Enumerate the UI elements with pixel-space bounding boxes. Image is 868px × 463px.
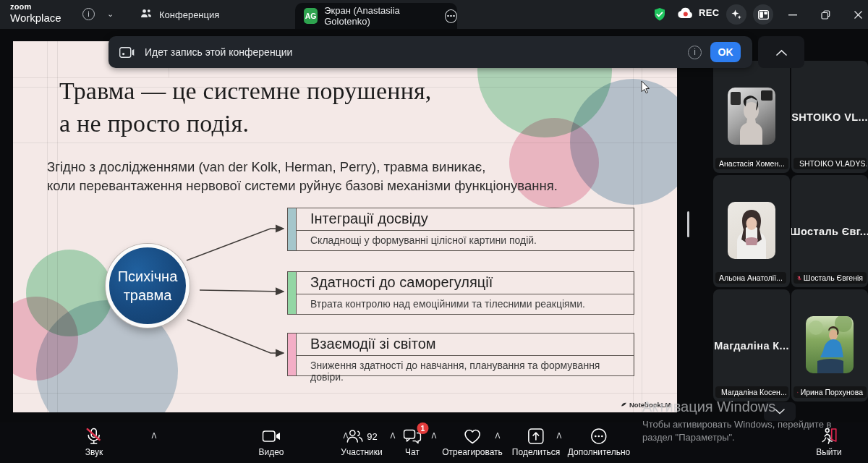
participants-label: Участники bbox=[341, 447, 382, 457]
participant-display-name: Магдаліна К... bbox=[714, 340, 789, 352]
more-label: Дополнительно bbox=[568, 447, 630, 457]
security-shield-icon[interactable] bbox=[652, 7, 667, 25]
box-description: Втрата контролю над емоційними та тілесн… bbox=[288, 294, 634, 310]
cloud-recording-icon bbox=[677, 7, 694, 19]
brand-workplace: Workplace bbox=[10, 12, 61, 23]
ok-button[interactable]: OK bbox=[710, 42, 741, 62]
participants-count: 92 bbox=[367, 431, 377, 442]
video-button[interactable]: Видео bbox=[258, 428, 284, 457]
participant-display-name: Шосталь Євг... bbox=[791, 226, 868, 237]
muted-mic-icon bbox=[797, 388, 799, 396]
react-options-chevron[interactable]: ᐱ bbox=[495, 432, 501, 440]
screen-recording-icon bbox=[119, 47, 135, 58]
rec-label: REC bbox=[699, 7, 719, 18]
scrollbar-thumb[interactable] bbox=[687, 211, 689, 237]
video-label: Видео bbox=[258, 447, 284, 457]
accent-bar bbox=[287, 333, 297, 376]
heart-icon bbox=[464, 429, 481, 444]
box-description: Складнощі у формуванні цілісної картини … bbox=[288, 231, 634, 246]
tab-screen-share[interactable]: AG Экран (Anastasiia Golotenko) bbox=[295, 3, 457, 29]
node-label-line2: травма bbox=[124, 287, 172, 303]
participant-tile-name[interactable]: Магдаліна К... Магдаліна Косен... bbox=[713, 289, 790, 402]
audio-label: Звук bbox=[85, 447, 103, 457]
diagram-box-selfregulation: Здатності до саморегуляції Втрата контро… bbox=[287, 271, 634, 315]
leave-button[interactable]: Выйти bbox=[816, 428, 842, 457]
diagram-node-psychic-trauma: Психічна травма bbox=[106, 244, 190, 328]
restore-window-button[interactable] bbox=[813, 0, 838, 29]
leave-meeting-icon bbox=[820, 428, 838, 445]
leave-label: Выйти bbox=[816, 447, 842, 457]
close-button[interactable] bbox=[846, 0, 868, 29]
tab-conference-label: Конференция bbox=[159, 9, 219, 20]
chat-button[interactable]: 1 Чат bbox=[404, 428, 422, 457]
chat-label: Чат bbox=[405, 447, 420, 457]
box-title: Здатності до саморегуляції bbox=[288, 272, 634, 294]
brand-zoom: zoom bbox=[10, 3, 61, 11]
windows-activation-hint-line1: Чтобы активировать Windows, перейдите в bbox=[642, 419, 831, 430]
meeting-info-icon[interactable]: i bbox=[82, 8, 95, 20]
participant-tile-name[interactable]: Шосталь Євг... Шосталь Євгенія bbox=[791, 175, 868, 287]
zoom-workplace-logo: zoom Workplace bbox=[10, 3, 61, 23]
accent-bar bbox=[287, 208, 297, 251]
participants-options-chevron[interactable]: ᐱ bbox=[391, 432, 396, 440]
more-button[interactable]: Дополнительно bbox=[568, 428, 630, 457]
minimize-button[interactable] bbox=[780, 0, 805, 29]
chat-unread-badge: 1 bbox=[417, 422, 429, 434]
tab-screen-label: Экран (Anastasiia Golotenko) bbox=[324, 5, 433, 27]
participant-name-label: Магдаліна Косен... bbox=[715, 386, 788, 398]
participant-tile-name[interactable]: SHTOIKO VL... SHTOIKO VLADYS... bbox=[791, 61, 868, 173]
hide-banner-button[interactable] bbox=[758, 36, 804, 68]
audio-options-chevron[interactable]: ᐱ bbox=[152, 432, 157, 440]
windows-activation-watermark: Активация Windows bbox=[642, 399, 775, 415]
title-bar: zoom Workplace i ⌄ Конференция AG Экран … bbox=[0, 0, 868, 29]
participant-name-label: Альона Анатолії... bbox=[715, 272, 786, 284]
recording-message: Идет запись этой конференции bbox=[145, 46, 292, 58]
participant-tile-video[interactable]: Анастасія Хомен... bbox=[713, 61, 790, 173]
tab-conference[interactable]: Конференция bbox=[130, 0, 291, 29]
box-title: Взаємодії зі світом bbox=[288, 334, 634, 356]
mouse-cursor bbox=[641, 80, 650, 97]
chevron-down-icon[interactable]: ⌄ bbox=[107, 9, 114, 19]
video-camera-icon bbox=[262, 430, 281, 443]
participant-tile-video[interactable]: Ирина Порхунова bbox=[791, 289, 868, 402]
participant-video-thumbnail bbox=[728, 202, 775, 259]
info-icon[interactable]: i bbox=[688, 46, 702, 59]
participant-tile-video[interactable]: Альона Анатолії... bbox=[713, 175, 790, 287]
participant-name-label: Ирина Порхунова bbox=[793, 386, 867, 398]
presentation-slide: Травма — це системне порушення, а не про… bbox=[13, 41, 677, 412]
shared-screen-area: Травма — це системне порушення, а не про… bbox=[0, 29, 868, 422]
participant-video-thumbnail bbox=[806, 316, 854, 373]
zoom-meeting-window: zoom Workplace i ⌄ Конференция AG Экран … bbox=[0, 0, 868, 463]
muted-mic-icon bbox=[797, 274, 801, 282]
chevron-up-icon bbox=[776, 49, 787, 56]
share-label: Поделиться bbox=[512, 447, 560, 457]
layout-view-button[interactable] bbox=[753, 4, 773, 25]
share-options-chevron[interactable]: ᐱ bbox=[557, 432, 562, 440]
notebooklm-logo-icon bbox=[621, 402, 627, 408]
recording-notification-banner: Идет запись этой конференции i OK bbox=[109, 36, 752, 68]
diagram-box-world-interaction: Взаємодії зі світом Зниження здатності д… bbox=[287, 333, 634, 376]
accent-bar bbox=[287, 271, 297, 315]
avatar: AG bbox=[304, 8, 318, 24]
participants-icon bbox=[346, 429, 363, 443]
participant-name-label: SHTOIKO VLADYS... bbox=[793, 158, 867, 169]
participant-name-label: Анастасія Хомен... bbox=[715, 158, 788, 169]
box-title: Інтеграції досвіду bbox=[288, 208, 634, 231]
participant-display-name: SHTOIKO VL... bbox=[791, 111, 868, 123]
box-description: Зниження здатності до навчання, плануван… bbox=[288, 356, 634, 383]
chevron-down-icon bbox=[775, 409, 785, 415]
ai-companion-button[interactable] bbox=[726, 4, 746, 25]
node-label-line1: Психічна bbox=[118, 268, 178, 284]
participant-video-thumbnail bbox=[728, 88, 775, 145]
tab-options-icon[interactable] bbox=[445, 9, 457, 23]
share-screen-icon bbox=[528, 428, 544, 444]
audio-button[interactable]: Звук bbox=[85, 428, 103, 457]
recording-indicator[interactable]: REC bbox=[677, 7, 719, 19]
react-label: Отреагировать bbox=[442, 447, 503, 457]
react-button[interactable]: Отреагировать bbox=[442, 428, 503, 457]
share-button[interactable]: Поделиться bbox=[512, 428, 560, 457]
diagram-box-integration: Інтеграції досвіду Складнощі у формуванн… bbox=[287, 208, 634, 251]
participants-button[interactable]: 92 Участники bbox=[341, 428, 382, 457]
chat-options-chevron[interactable]: ᐱ bbox=[432, 432, 437, 440]
participants-group-icon bbox=[140, 9, 153, 21]
